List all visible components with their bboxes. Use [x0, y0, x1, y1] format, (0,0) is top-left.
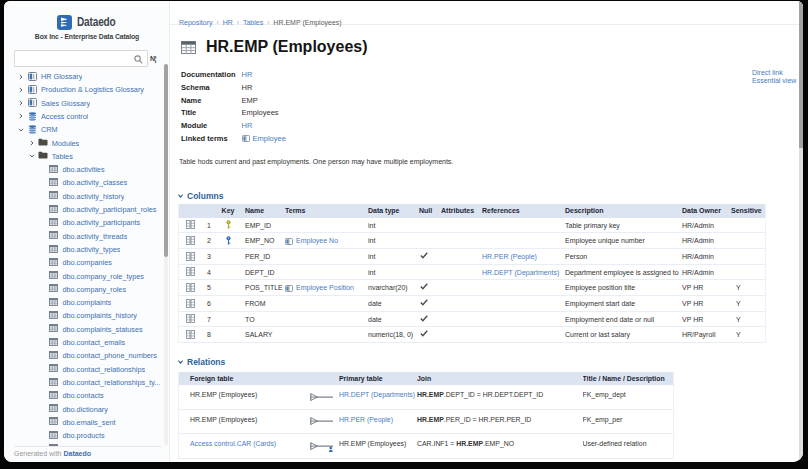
table-icon [49, 298, 58, 306]
column-icon [186, 252, 195, 261]
sidebar-item-label: dbo.complaints_statuses [62, 323, 142, 336]
sidebar-item-dbo-contact-relationships[interactable]: dbo.contact_relationships [4, 363, 164, 376]
column-icon [186, 299, 195, 308]
chevron-right-icon[interactable] [30, 140, 34, 146]
sidebar-item-crm[interactable]: CRM [4, 123, 164, 136]
sidebar-item-production-logistics-glossary[interactable]: Production & Logistics Glossary [4, 83, 164, 96]
breadcrumb-item-tables[interactable]: Tables [243, 19, 263, 26]
detail-value-text: HR [242, 83, 253, 92]
essential-view-link[interactable]: Essential view [752, 77, 796, 85]
glossary-icon [28, 72, 37, 81]
column-icon [186, 267, 195, 276]
sidebar-scrollbar[interactable] [164, 64, 168, 445]
term-link[interactable]: Employee Position [285, 280, 354, 295]
chevron-down-icon [178, 194, 183, 198]
logo[interactable]: Dataedo [4, 13, 170, 31]
column-ordinal: 5 [201, 280, 217, 295]
term-link[interactable]: Employee No [285, 233, 338, 248]
column-header-name: Name [239, 204, 285, 218]
search-box[interactable] [14, 50, 148, 67]
breadcrumb-item-hr-emp-employees-: HR.EMP (Employees) [273, 19, 341, 26]
table-icon [49, 311, 58, 319]
column-row-pos_title: 5POS_TITLEEmployee Positionnvarchar(20)E… [179, 280, 765, 296]
sidebar-item-dbo-contacts[interactable]: dbo.contacts [4, 389, 164, 402]
foreign-table-link[interactable]: Access control.CAR (Cards) [190, 440, 276, 447]
detail-value[interactable]: HR [242, 121, 253, 130]
sidebar-item-dbo-activity-participant-roles[interactable]: dbo.activity_participant_roles [4, 203, 164, 216]
main-scrollbar-thumb[interactable] [799, 2, 803, 148]
primary-table-link[interactable]: HR.PER (People) [339, 416, 393, 423]
sidebar-item-tables[interactable]: Tables [4, 150, 164, 163]
sidebar-item-dbo-company-roles[interactable]: dbo.company_roles [4, 283, 164, 296]
direct-link[interactable]: Direct link [752, 69, 796, 77]
column-datatype: int [368, 249, 419, 264]
sidebar-item-access-control[interactable]: Access control [4, 110, 164, 123]
column-datatype: date [368, 296, 419, 311]
null-check-icon [419, 283, 428, 290]
column-name: EMP_NO [239, 233, 285, 248]
sidebar-item-label: dbo.companies [62, 256, 112, 269]
sidebar-item-hr-glossary[interactable]: HR Glossary [4, 70, 164, 83]
detail-value[interactable]: Employee [242, 134, 286, 143]
columns-section-title[interactable]: Columns [178, 191, 223, 201]
sidebar-item-dbo-products[interactable]: dbo.products [4, 429, 164, 442]
column-datatype: int [368, 265, 419, 280]
breadcrumb-item-hr[interactable]: HR [223, 19, 233, 26]
sidebar-item-sales-glossary[interactable]: Sales Glossary [4, 97, 164, 110]
sidebar-item-label: dbo.activity_types [62, 243, 120, 256]
chevron-right-icon[interactable] [19, 113, 23, 119]
search-input[interactable] [19, 52, 131, 65]
sidebar-scrollbar-thumb[interactable] [164, 64, 168, 257]
chevron-down-icon[interactable] [18, 128, 24, 132]
sidebar-item-dbo-activity-participants[interactable]: dbo.activity_participants [4, 216, 164, 229]
footer-brand-link[interactable]: Dataedo [63, 450, 91, 457]
reference-link[interactable]: HR.PER (People) [482, 253, 537, 260]
detail-label: Title [181, 108, 242, 117]
page-title: HR.EMP (Employees) [206, 38, 368, 56]
screenshot-background: Dataedo Box Inc - Enterprise Data Catalo… [0, 0, 808, 469]
sidebar-item-dbo-activity-types[interactable]: dbo.activity_types [4, 243, 164, 256]
relations-section-title[interactable]: Relations [178, 357, 225, 367]
sidebar-item-dbo-emails-sent[interactable]: dbo.emails_sent [4, 416, 164, 429]
detail-value-text: EMP [242, 96, 258, 105]
relation-row-2: HR.EMP (Employees)HR.PER (People)HR.EMP.… [179, 410, 673, 435]
sidebar-item-dbo-company-role-types[interactable]: dbo.company_role_types [4, 270, 164, 283]
sidebar-item-dbo-activity-classes[interactable]: dbo.activity_classes [4, 176, 164, 189]
sidebar-item-dbo-dictionary[interactable]: dbo.dictionary [4, 403, 164, 416]
column-attributes [441, 218, 482, 233]
reference-link[interactable]: HR.DEPT (Departments) [482, 269, 559, 276]
main-scrollbar[interactable] [799, 1, 804, 462]
chevron-right-icon[interactable] [19, 87, 23, 93]
chevron-down-icon[interactable] [29, 154, 35, 158]
table-icon [49, 378, 58, 386]
detail-label: Name [181, 96, 242, 105]
detail-value[interactable]: HR [242, 70, 253, 79]
table-icon [49, 404, 58, 412]
chevron-right-icon[interactable] [19, 74, 23, 80]
column-attributes [441, 233, 482, 248]
column-description: Employment end date or null [565, 312, 682, 327]
sidebar-item-dbo-contact-emails[interactable]: dbo.contact_emails [4, 336, 164, 349]
column-ordinal: 6 [201, 296, 217, 311]
sidebar-item-dbo-contact-relationships-ty[interactable]: dbo.contact_relationships_ty... [4, 376, 164, 389]
sidebar-item-dbo-activity-history[interactable]: dbo.activity_history [4, 190, 164, 203]
breadcrumb-item-repository[interactable]: Repository [179, 19, 212, 26]
column-data-owner: VP HR [682, 280, 731, 295]
sidebar-item-dbo-complaints[interactable]: dbo.complaints [4, 296, 164, 309]
sidebar-item-modules[interactable]: Modules [4, 137, 164, 150]
column-name: PER_ID [239, 249, 285, 264]
sidebar-item-dbo-activity-threads[interactable]: dbo.activity_threads [4, 230, 164, 243]
sidebar-item-dbo-complaints-history[interactable]: dbo.complaints_history [4, 309, 164, 322]
primary-table-link[interactable]: HR.DEPT (Departments) [339, 391, 415, 398]
detail-value-text: HR [242, 121, 253, 130]
sidebar-item-dbo-companies[interactable]: dbo.companies [4, 256, 164, 269]
sidebar-item-dbo-contact-phone-numbers[interactable]: dbo.contact_phone_numbers [4, 349, 164, 362]
chevron-right-icon[interactable] [19, 100, 23, 106]
sidebar-item-dbo-complaints-statuses[interactable]: dbo.complaints_statuses [4, 323, 164, 336]
sidebar-item-dbo-activities[interactable]: dbo.activities [4, 163, 164, 176]
column-header-data-owner: Data Owner [682, 204, 731, 218]
column-datatype: int [368, 233, 419, 248]
column-sensitive: Y [731, 296, 767, 311]
column-sensitive: Y [731, 327, 767, 342]
footer-prefix: Generated with [14, 450, 61, 457]
